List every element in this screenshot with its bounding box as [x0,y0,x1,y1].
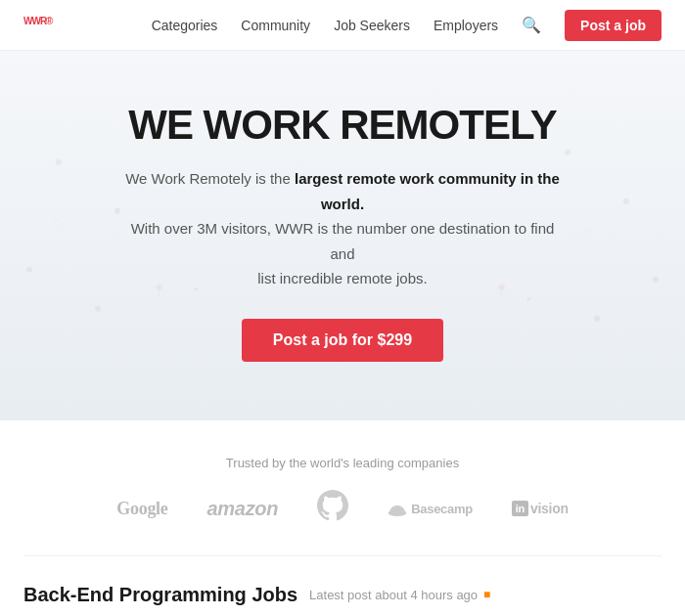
search-button[interactable]: 🔍 [522,16,541,34]
svg-point-5 [623,198,629,204]
svg-point-2 [26,267,32,273]
logo-basecamp: Basecamp [388,500,473,517]
svg-point-11 [526,297,530,301]
svg-text:⌂: ⌂ [54,213,62,229]
hero-section: ⌂ ⌂ 📍 📍 WE WORK REMOTELY We Work Remotel… [0,51,685,420]
rss-icon: ■ [483,588,490,601]
svg-point-3 [95,306,101,312]
logo-dot: ® [46,15,52,25]
main-nav: Categories Community Job Seekers Employe… [152,10,662,41]
logo-invision: invision [512,501,569,516]
nav-community[interactable]: Community [241,18,310,33]
svg-point-4 [565,150,571,155]
trusted-logos: Google amazon Basecamp invision [23,490,662,528]
nav-job-seekers[interactable]: Job Seekers [334,18,410,33]
svg-point-6 [653,277,659,283]
logo-amazon: amazon [207,498,279,520]
jobs-meta: Latest post about 4 hours ago ■ [309,588,490,602]
logo-text: WWR [23,15,46,25]
nav-categories[interactable]: Categories [152,18,218,33]
hero-cta-button[interactable]: Post a job for $299 [242,319,443,362]
jobs-section-title: Back-End Programming Jobs [23,584,297,606]
trusted-text: Trusted by the world's leading companies [23,456,662,470]
post-job-header-button[interactable]: Post a job [565,10,662,41]
svg-point-7 [594,316,600,322]
jobs-meta-text: Latest post about 4 hours ago [309,588,478,602]
hero-description: We Work Remotely is the largest remote w… [117,166,568,291]
jobs-section: Back-End Programming Jobs Latest post ab… [0,556,685,617]
svg-point-0 [56,159,62,165]
hero-title: WE WORK REMOTELY [59,102,626,149]
trusted-section: Trusted by the world's leading companies… [0,420,685,555]
site-logo[interactable]: WWR® [23,13,52,38]
header: WWR® Categories Community Job Seekers Em… [0,0,685,51]
nav-employers[interactable]: Employers [434,18,498,33]
logo-github [317,490,348,528]
svg-text:⌂: ⌂ [582,223,590,239]
jobs-header: Back-End Programming Jobs Latest post ab… [23,584,662,606]
logo-google: Google [116,499,167,519]
